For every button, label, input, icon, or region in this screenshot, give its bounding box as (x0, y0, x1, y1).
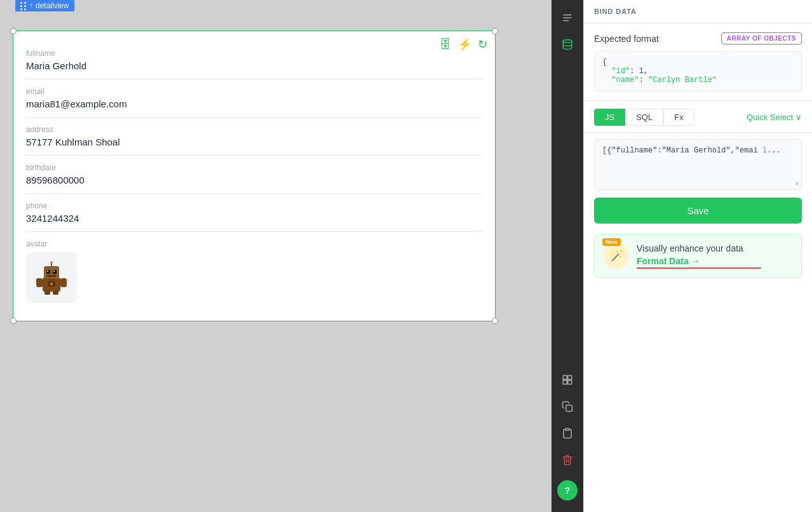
field-label-birthdate: birthdate (26, 163, 482, 172)
format-code-name-key: "name" (611, 76, 639, 84)
svg-rect-11 (60, 278, 67, 287)
avatar-image-box (26, 252, 77, 303)
field-row-birthdate: birthdate 89596800000 (26, 156, 482, 194)
format-code-id-key: "id" (611, 67, 630, 76)
resize-handle-tl[interactable] (10, 28, 17, 34)
format-data-icon-container: New 🪄 (604, 243, 629, 269)
format-code-name-val: "Carlyn Bartle" (648, 76, 717, 84)
svg-point-15 (50, 283, 53, 285)
field-row-address: address 57177 Kuhlman Shoal (26, 118, 482, 156)
svg-rect-6 (47, 275, 56, 277)
detail-view-toolbar: 🗄 ⚡ ↻ (440, 37, 487, 51)
tabs-row: JS SQL Fx Quick Select ∨ (594, 109, 802, 126)
field-label-email: email (26, 87, 482, 96)
field-row-email: email maria81@example.com (26, 79, 482, 118)
sidebar-delete-btn[interactable] (556, 448, 579, 471)
field-value-birthdate: 89596800000 (26, 175, 482, 185)
tab-fx[interactable]: Fx (663, 109, 694, 126)
svg-rect-4 (47, 271, 48, 272)
field-label-avatar: avatar (26, 239, 482, 248)
svg-rect-25 (565, 429, 569, 431)
svg-rect-5 (53, 271, 55, 272)
format-code-id-val: 1 (639, 67, 644, 76)
field-row-fullname: fullname Maria Gerhold (26, 41, 482, 79)
field-label-phone: phone (26, 201, 482, 210)
code-editor[interactable]: [{"fullname":"Maria Gerhold","emai l... … (594, 139, 802, 190)
svg-rect-23 (568, 381, 572, 384)
database-toolbar-icon[interactable]: 🗄 (440, 38, 451, 51)
bind-panel-header: BIND DATA (584, 0, 812, 24)
tab-js[interactable]: JS (594, 109, 625, 126)
expected-format-section: Expected format ARRAY OF OBJECTS { "id":… (584, 24, 812, 101)
format-code-box: { "id": 1, "name": "Carlyn Bartle" (594, 51, 802, 91)
resize-handle-icon: ⇲ (795, 179, 799, 187)
sidebar-add-btn[interactable] (556, 368, 579, 391)
format-data-emoji-icon: 🪄 (609, 248, 625, 264)
svg-rect-10 (36, 278, 43, 287)
new-badge: New (602, 238, 621, 246)
component-arrow: ↑ (29, 1, 33, 10)
tabs-group: JS SQL Fx (594, 109, 694, 126)
svg-rect-22 (563, 381, 567, 384)
svg-rect-24 (566, 405, 572, 412)
svg-rect-21 (568, 375, 572, 379)
resize-handle-bl[interactable] (10, 318, 17, 324)
canvas-area: ↑ detailview 🗄 ⚡ ↻ fullname Maria Gerhol… (0, 0, 551, 512)
sidebar-paste-btn[interactable] (556, 422, 579, 445)
field-value-phone: 3241244324 (26, 213, 482, 224)
help-icon-text: ? (565, 485, 571, 495)
save-button[interactable]: Save (594, 198, 802, 224)
detail-view-widget: 🗄 ⚡ ↻ fullname Maria Gerhold email maria… (13, 30, 496, 321)
svg-rect-20 (563, 375, 567, 379)
svg-point-9 (50, 261, 53, 264)
svg-rect-13 (53, 290, 58, 295)
field-label-address: address (26, 125, 482, 134)
format-data-title: Visually enhance your data (637, 243, 792, 253)
format-code-brace: { (602, 58, 607, 67)
field-value-address: 57177 Kuhlman Shoal (26, 137, 482, 147)
icon-sidebar: ? (551, 0, 583, 512)
svg-rect-7 (49, 279, 54, 281)
array-of-objects-badge[interactable]: ARRAY OF OBJECTS (721, 32, 802, 44)
svg-point-19 (563, 40, 572, 43)
refresh-toolbar-icon[interactable]: ↻ (478, 37, 487, 51)
format-data-link-wrapper: Format Data → (637, 256, 792, 269)
editor-content: [{"fullname":"Maria Gerhold","emai (602, 146, 758, 155)
component-label[interactable]: ↑ detailview (15, 0, 74, 11)
tabs-section: JS SQL Fx Quick Select ∨ (584, 101, 812, 133)
sidebar-help-btn[interactable]: ? (557, 480, 578, 501)
bind-data-panel: BIND DATA Expected format ARRAY OF OBJEC… (583, 0, 812, 512)
field-value-email: maria81@example.com (26, 98, 482, 109)
sidebar-copy-btn[interactable] (556, 395, 579, 418)
format-data-card: New 🪄 Visually enhance your data Format … (594, 234, 802, 278)
component-name: detailview (36, 1, 69, 10)
resize-handle-br[interactable] (492, 318, 498, 324)
tab-sql[interactable]: SQL (625, 109, 663, 126)
drag-handle-icon (20, 2, 27, 10)
field-row-phone: phone 3241244324 (26, 194, 482, 232)
format-data-underline (637, 267, 761, 269)
robot-avatar-svg (34, 260, 69, 295)
sidebar-settings-btn[interactable] (556, 6, 579, 29)
quick-select-label: Quick Select (747, 112, 793, 122)
resize-handle-tr[interactable] (492, 28, 498, 34)
expected-format-label: Expected format (594, 34, 659, 44)
quick-select-chevron-icon: ∨ (795, 112, 802, 122)
expected-format-header: Expected format ARRAY OF OBJECTS (594, 32, 802, 44)
lightning-toolbar-icon[interactable]: ⚡ (457, 37, 471, 51)
sidebar-database-btn[interactable] (556, 33, 579, 56)
format-data-link[interactable]: Format Data → (637, 256, 792, 266)
field-label-fullname: fullname (26, 49, 482, 58)
field-row-avatar: avatar (26, 232, 482, 311)
format-data-content: Visually enhance your data Format Data → (637, 243, 792, 269)
quick-select-button[interactable]: Quick Select ∨ (747, 112, 802, 122)
svg-rect-12 (44, 290, 50, 295)
field-value-fullname: Maria Gerhold (26, 60, 482, 71)
